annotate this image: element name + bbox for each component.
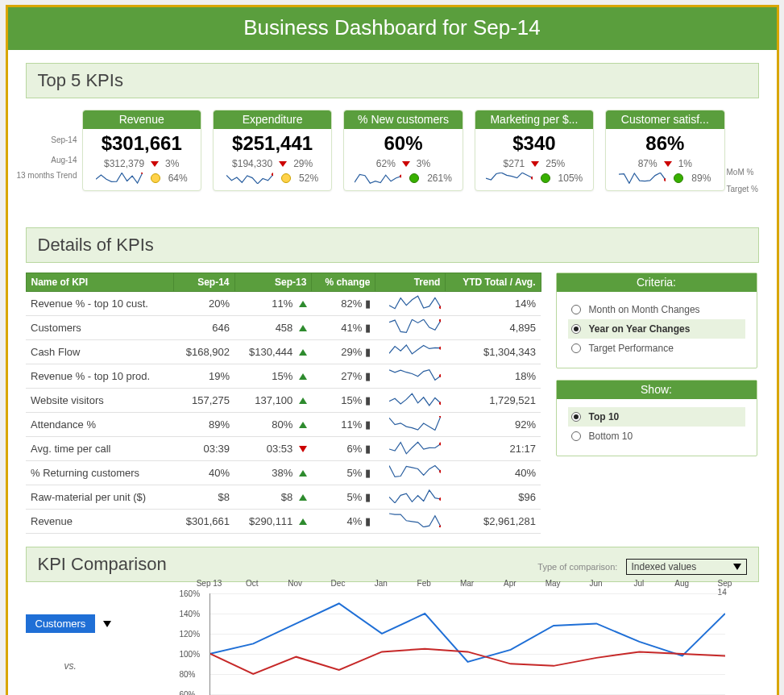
comparison-panel: KPI Comparison Type of comparison: Index… xyxy=(26,547,759,695)
table-row[interactable]: Raw-material per unit ($) $8 $8 5% ▮ $96 xyxy=(26,485,541,510)
status-dot-icon xyxy=(674,173,683,183)
sparkline-icon xyxy=(619,173,666,184)
show-box: Show: Top 10Bottom 10 xyxy=(556,380,757,456)
chevron-down-icon xyxy=(103,621,111,627)
radio-icon xyxy=(571,305,581,314)
kpi-card[interactable]: Marketing per $... $340 $271 25% 105% xyxy=(475,110,594,191)
kpi-card[interactable]: % New customers 60% 62% 3% 261% xyxy=(343,110,463,191)
sparkline-icon xyxy=(355,173,401,184)
details-header: Details of KPIs xyxy=(26,227,759,263)
arrow-down-icon xyxy=(531,161,539,167)
table-row[interactable]: Customers 646 458 41% ▮ 4,895 xyxy=(26,316,541,340)
kpi-trend-line: 64% xyxy=(83,173,201,184)
arrow-down-icon xyxy=(279,161,287,167)
kpi-card[interactable]: Expenditure $251,441 $194,330 29% 52% xyxy=(213,110,332,191)
svg-point-0 xyxy=(141,173,143,174)
criteria-option[interactable]: Target Performance xyxy=(568,339,745,358)
metric1-select[interactable]: Customers xyxy=(26,614,112,633)
sparkline-icon xyxy=(375,340,446,364)
sparkline-icon xyxy=(375,485,446,510)
table-row[interactable]: Attendance % 89% 80% 11% ▮ 92% xyxy=(26,413,541,437)
triangle-up-icon xyxy=(299,349,307,356)
kpi-current-value: $251,441 xyxy=(214,132,331,155)
kpi-trend-line: 105% xyxy=(475,173,593,184)
show-option[interactable]: Top 10 xyxy=(568,407,745,427)
kpi-card[interactable]: Revenue $301,661 $312,379 3% 64% xyxy=(82,110,201,191)
triangle-up-icon xyxy=(299,325,307,331)
kpi-details-table: Name of KPISep-14Sep-13% changeTrendYTD … xyxy=(26,273,541,534)
svg-point-13 xyxy=(439,497,441,501)
page-title: Business Dashboard for Sep-14 xyxy=(8,7,777,50)
svg-point-5 xyxy=(439,306,441,309)
kpi-prev-line: 87% 1% xyxy=(606,158,724,169)
svg-point-6 xyxy=(439,319,441,322)
table-row[interactable]: Revenue $301,661 $290,111 4% ▮ $2,961,28… xyxy=(26,510,541,534)
svg-point-2 xyxy=(400,175,401,178)
kpi-current-value: $301,661 xyxy=(83,132,201,155)
arrow-down-icon xyxy=(664,161,672,167)
comparison-metric-pickers: Customers vs. % New customers xyxy=(26,593,195,695)
kpi-current-value: $340 xyxy=(475,132,593,155)
side-controls: Criteria: Month on Month ChangesYear on … xyxy=(556,273,757,534)
kpi-trend-line: 89% xyxy=(606,173,724,184)
triangle-up-icon xyxy=(299,494,307,501)
comparison-header: KPI Comparison Type of comparison: Index… xyxy=(26,547,759,582)
top-kpis-panel: Top 5 KPIs Sep-14 Aug-14 13 months Trend… xyxy=(26,63,759,214)
sparkline-icon xyxy=(96,173,143,184)
sparkline-icon xyxy=(375,413,446,437)
arrow-down-icon xyxy=(402,161,410,167)
radio-icon xyxy=(571,343,581,353)
status-dot-icon xyxy=(541,173,550,183)
sparkline-icon xyxy=(375,437,446,461)
kpi-current-value: 86% xyxy=(606,132,724,155)
kpi-current-value: 60% xyxy=(344,132,462,155)
triangle-up-icon xyxy=(299,301,307,307)
table-row[interactable]: % Returning customers 40% 38% 5% ▮ 40% xyxy=(26,461,541,485)
kpi-prev-line: $194,330 29% xyxy=(214,158,331,169)
comparison-type-select[interactable]: Indexed values xyxy=(626,559,747,575)
criteria-option[interactable]: Month on Month Changes xyxy=(568,300,745,319)
show-option[interactable]: Bottom 10 xyxy=(568,427,745,446)
kpi-prev-line: 62% 3% xyxy=(344,158,462,169)
svg-point-7 xyxy=(439,347,441,350)
radio-icon xyxy=(571,412,581,422)
arrow-down-icon xyxy=(151,161,159,167)
table-row[interactable]: Website visitors 157,275 137,100 15% ▮ 1… xyxy=(26,389,541,413)
kpi-card[interactable]: Customer satisf... 86% 87% 1% 89% xyxy=(605,110,724,191)
svg-point-10 xyxy=(439,416,441,418)
table-row[interactable]: Cash Flow $168,902 $130,444 29% ▮ $1,304… xyxy=(26,340,541,364)
kpi-trend-line: 261% xyxy=(344,173,462,184)
kpi-trend-line: 52% xyxy=(214,173,331,184)
details-panel: Details of KPIs Name of KPISep-14Sep-13%… xyxy=(26,227,759,534)
status-dot-icon xyxy=(409,173,419,183)
chevron-down-icon xyxy=(733,564,741,570)
table-row[interactable]: Avg. time per call 03:39 03:53 6% ▮ 21:1… xyxy=(26,437,541,461)
radio-icon xyxy=(571,431,581,441)
kpi-name: Expenditure xyxy=(214,110,331,129)
kpi-prev-line: $312,379 3% xyxy=(83,158,201,169)
kpi-name: Revenue xyxy=(83,110,201,129)
criteria-option[interactable]: Year on Year Changes xyxy=(568,319,745,339)
table-row[interactable]: Revenue % - top 10 cust. 20% 11% 82% ▮ 1… xyxy=(26,292,541,316)
sparkline-icon xyxy=(375,461,446,485)
table-row[interactable]: Revenue % - top 10 prod. 19% 15% 27% ▮ 1… xyxy=(26,364,541,389)
sparkline-icon xyxy=(375,364,446,389)
kpi-left-labels: Sep-14 Aug-14 13 months Trend xyxy=(10,118,77,180)
sparkline-icon xyxy=(226,173,273,184)
triangle-up-icon xyxy=(299,373,307,380)
triangle-up-icon xyxy=(299,422,307,428)
kpi-name: Customer satisf... xyxy=(606,110,724,129)
sparkline-icon xyxy=(375,316,446,340)
sparkline-icon xyxy=(486,173,533,184)
sparkline-icon xyxy=(375,510,446,534)
top-kpis-header: Top 5 KPIs xyxy=(26,63,759,98)
sparkline-icon xyxy=(375,389,446,413)
dashboard-page: Business Dashboard for Sep-14 Top 5 KPIs… xyxy=(6,5,779,695)
triangle-up-icon xyxy=(299,518,307,525)
kpi-name: Marketing per $... xyxy=(475,110,593,129)
triangle-up-icon xyxy=(299,397,307,404)
sparkline-icon xyxy=(375,292,446,316)
status-dot-icon xyxy=(281,173,291,183)
svg-point-14 xyxy=(439,525,441,527)
kpi-right-labels: MoM % Target % xyxy=(727,160,774,194)
